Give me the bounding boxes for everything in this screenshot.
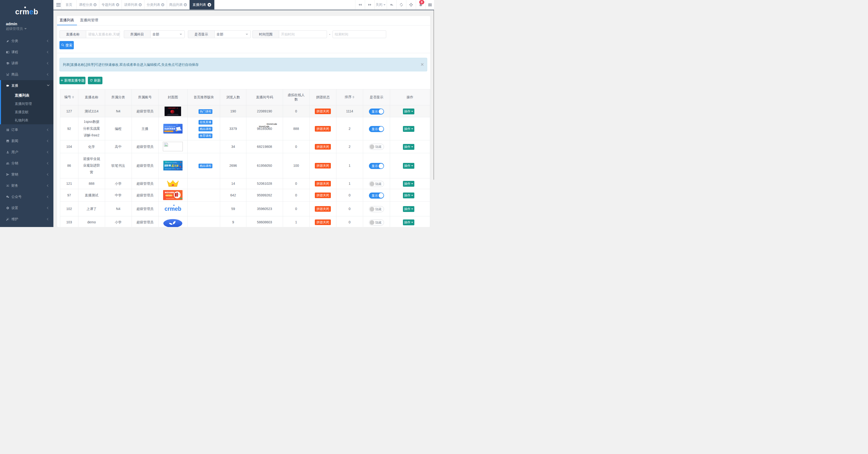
svg-text:增强毕业择就工作竞争力, 福利1元 2月22日早9:00 正: 增强毕业择就工作竞争力, 福利1元 2月22日早9:00 正式开课 <box>164 168 183 170</box>
svg-text:御泥坊面膜贴: 御泥坊面膜贴 <box>164 191 175 193</box>
svg-text:1: 1 <box>175 168 176 170</box>
svg-text:实战经典案例: 实战经典案例 <box>164 128 176 130</box>
svg-text:进阶营: 进阶营 <box>164 164 171 167</box>
svg-text:2021届毕业生 就业规划: 2021届毕业生 就业规划 <box>165 162 177 163</box>
svg-text:天课: 天课 <box>174 164 178 167</box>
svg-text:4: 4 <box>172 163 174 168</box>
svg-text:大屏竞争 赢"势"一步: 大屏竞争 赢"势"一步 <box>167 107 178 109</box>
svg-text:实惠不容错过: 实惠不容错过 <box>165 195 173 196</box>
svg-text:SPSS数据分析: SPSS数据分析 <box>164 126 176 128</box>
